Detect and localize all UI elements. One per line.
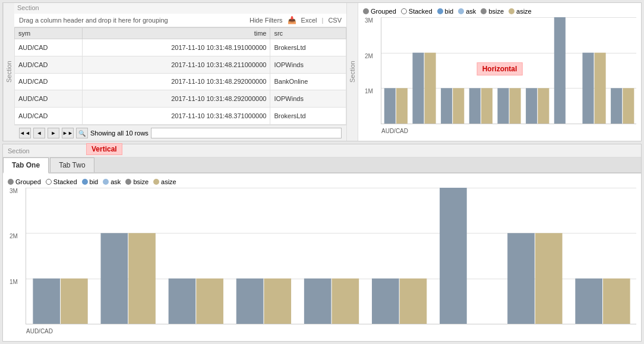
tab-two[interactable]: Tab Two [50, 157, 94, 172]
svg-rect-19 [101, 233, 128, 324]
filters-label[interactable]: Hide Filters [250, 17, 283, 24]
filter-icon-btn[interactable]: 🔍 [76, 128, 88, 138]
bottom-y-label-3m: 3M [10, 188, 18, 194]
svg-rect-15 [611, 88, 622, 124]
bottom-y-label-2m: 2M [10, 233, 18, 239]
svg-rect-27 [372, 279, 399, 324]
bottom-chart-area: 3M 2M 1M AUD/CAD [26, 188, 636, 324]
cell-sym: AUD/CAD [15, 56, 83, 73]
asize-dot [509, 8, 514, 14]
bottom-y-label-1m: 1M [10, 279, 18, 285]
cell-sym: AUD/CAD [15, 73, 83, 90]
svg-rect-5 [453, 88, 464, 124]
y-label-2m: 2M [365, 53, 373, 59]
y-label-1m: 1M [365, 88, 373, 94]
bsize-dot [481, 8, 487, 14]
cell-time: 2017-11-10 10:31:48.211000000 [83, 56, 270, 73]
svg-rect-16 [623, 88, 634, 124]
section-right-label: Section [347, 3, 358, 141]
data-table: sym time src AUD/CAD 2017-11-10 10:31:48… [14, 27, 346, 125]
top-chart-area: 3M 2M 1M AUD/CAD [381, 17, 636, 124]
excel-btn[interactable]: Excel [301, 17, 317, 24]
top-x-label: AUD/CAD [381, 128, 408, 134]
bottom-bsize-label: bsize [133, 178, 149, 185]
cell-sym: AUD/CAD [15, 108, 83, 125]
top-chart-panel: Horizontal Grouped Stacked bid ask [358, 3, 641, 141]
vertical-tooltip: Vertical [86, 143, 122, 155]
legend-bsize: bsize [481, 8, 504, 15]
table-body: AUD/CAD 2017-11-10 10:31:48.191000000 Br… [15, 39, 346, 125]
asize-label: asize [516, 8, 532, 15]
ask-label: ask [466, 8, 476, 15]
bottom-stacked-label: Stacked [53, 178, 77, 185]
bottom-legend-stacked: Stacked [46, 178, 77, 185]
bottom-x-label: AUD/CAD [26, 328, 53, 334]
y-label-3m: 3M [365, 17, 373, 24]
bottom-ask-dot [103, 179, 109, 185]
svg-rect-23 [236, 279, 264, 324]
svg-rect-9 [510, 88, 521, 124]
bottom-legend-grouped: Grouped [8, 178, 41, 185]
bottom-chart-container: Grouped Stacked bid ask bsize [3, 173, 641, 341]
table-row: AUD/CAD 2017-11-10 10:31:48.371000000 Br… [15, 108, 346, 125]
legend-grouped: Grouped [363, 8, 396, 15]
bottom-legend-bid: bid [82, 178, 99, 185]
bottom-stacked-circle [46, 179, 52, 185]
grouped-label: Grouped [371, 8, 396, 15]
svg-rect-29 [440, 188, 467, 324]
svg-rect-30 [507, 233, 535, 324]
nav-first-btn[interactable]: ◄◄ [19, 128, 31, 138]
col-src: src [270, 28, 346, 39]
legend-asize: asize [509, 8, 532, 15]
showing-rows-text: Showing all 10 rows [90, 130, 149, 137]
tab-one[interactable]: Tab One [3, 157, 49, 173]
bottom-asize-dot [153, 179, 159, 185]
cell-time: 2017-11-10 10:31:48.292000000 [83, 73, 270, 90]
nav-last-btn[interactable]: ►► [62, 128, 74, 138]
svg-rect-21 [169, 279, 196, 324]
svg-rect-32 [575, 279, 602, 324]
svg-rect-14 [595, 53, 606, 124]
cell-time: 2017-11-10 10:31:48.371000000 [83, 108, 270, 125]
bottom-chart-svg [26, 188, 636, 324]
tabs-row: Tab One Tab Two [3, 157, 641, 173]
group-drag-hint: Drag a column header and drop it here fo… [19, 17, 168, 24]
bottom-section: Section Vertical Tab One Tab Two Grouped… [2, 144, 642, 342]
svg-rect-7 [481, 88, 493, 124]
legend-bid: bid [437, 8, 454, 15]
col-time: time [83, 28, 270, 39]
pipe-divider: | [322, 17, 324, 24]
svg-rect-1 [396, 88, 408, 124]
svg-rect-0 [384, 88, 396, 124]
bottom-grouped-dot [8, 179, 14, 185]
nav-prev-btn[interactable]: ◄ [33, 128, 45, 138]
svg-rect-11 [538, 88, 549, 124]
section-left-label: Section [3, 3, 14, 141]
svg-rect-20 [128, 233, 156, 324]
cell-src: IOPWinds [270, 56, 346, 73]
ask-dot [458, 8, 464, 14]
bottom-chart-legend: Grouped Stacked bid ask bsize [8, 178, 636, 185]
csv-btn[interactable]: CSV [328, 17, 342, 24]
cell-time: 2017-11-10 10:31:48.292000000 [83, 90, 270, 108]
svg-rect-31 [535, 233, 563, 324]
table-row: AUD/CAD 2017-11-10 10:31:48.211000000 IO… [15, 56, 346, 73]
bottom-ask-label: ask [111, 178, 121, 185]
bottom-bsize-dot [125, 179, 131, 185]
bottom-asize-label: asize [161, 178, 176, 185]
legend-ask: ask [458, 8, 476, 15]
bottom-grouped-label: Grouped [15, 178, 41, 185]
table-row: AUD/CAD 2017-11-10 10:31:48.292000000 Ba… [15, 73, 346, 90]
top-section: Section Section Drag a column header and… [2, 2, 642, 141]
svg-rect-28 [400, 279, 427, 324]
bid-dot [437, 8, 443, 14]
search-input[interactable] [151, 128, 342, 138]
svg-rect-13 [582, 53, 594, 124]
table-panel: Drag a column header and drop it here fo… [14, 3, 347, 141]
cell-src: IOPWinds [270, 90, 346, 108]
bottom-bid-label: bid [90, 178, 99, 185]
svg-rect-12 [554, 17, 566, 124]
cell-time: 2017-11-10 10:31:48.191000000 [83, 39, 270, 56]
nav-next-btn[interactable]: ► [48, 128, 59, 138]
bottom-legend-bsize: bsize [125, 178, 149, 185]
